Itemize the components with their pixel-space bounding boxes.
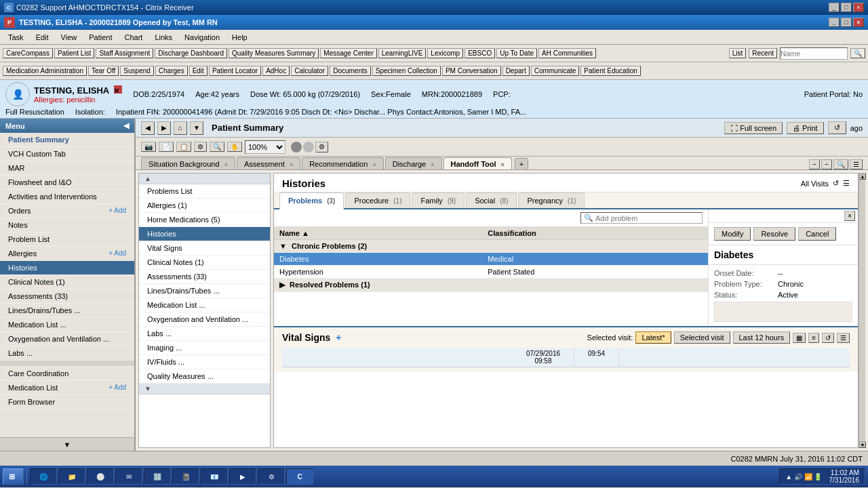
zoom-select[interactable]: 100% 75% 125% (245, 140, 285, 154)
nav-iv-fluids[interactable]: IV/Fluids ... (139, 355, 270, 369)
row-hypertension[interactable]: Hypertension Patient Stated (274, 266, 708, 279)
nav-vital-signs[interactable]: Vital Signs (139, 241, 270, 256)
btn-message-center[interactable]: Message Center (320, 48, 376, 58)
sidebar-item-allergies[interactable]: Allergies+ Add (0, 247, 134, 261)
taskbar-onenote[interactable]: 📓 (172, 468, 199, 485)
btn-pm-conversation[interactable]: PM Conversation (442, 66, 501, 76)
tab-close-handoff[interactable]: × (501, 161, 505, 168)
menu-edit[interactable]: Edit (31, 32, 54, 43)
btn-edit[interactable]: Edit (189, 66, 208, 76)
btn-documents[interactable]: Documents (330, 66, 371, 76)
selected-visit-btn[interactable]: Selected visit (674, 331, 730, 344)
tab-problems[interactable]: Problems (3) (279, 192, 344, 209)
sidebar-item-assessments[interactable]: Assessments (33) (0, 289, 134, 304)
start-button[interactable]: ⊞ (3, 468, 24, 485)
sidebar-item-medication-list2[interactable]: Medication List+ Add (0, 381, 134, 395)
view-btn-camera[interactable]: 📷 (141, 142, 156, 152)
btn-patient-locator[interactable]: Patient Locator (209, 66, 261, 76)
tab-close-assessment[interactable]: × (290, 161, 293, 168)
group-chronic-problems[interactable]: ▼ Chronic Problems (2) (274, 240, 708, 253)
nav-med-list[interactable]: Medication List ... (139, 298, 270, 312)
view-btn-zoom[interactable]: 🔍 (210, 142, 224, 152)
btn-carecompass[interactable]: CareCompass (3, 48, 53, 58)
taskbar-ie[interactable]: 🌐 (30, 468, 57, 485)
nav-back[interactable]: ◀ (141, 121, 155, 135)
problem-search-box[interactable]: 🔍 (580, 212, 703, 224)
nav-lines-drains[interactable]: Lines/Drains/Tubes ... (139, 284, 270, 298)
vitals-list-btn[interactable]: ≡ (808, 333, 819, 343)
patient-close-btn[interactable]: × (114, 85, 122, 94)
btn-up-to-date[interactable]: Up To Date (496, 48, 537, 58)
sidebar-item-problem-list[interactable]: Problem List (0, 232, 134, 247)
vitals-refresh-btn[interactable]: ↺ (822, 333, 834, 343)
nav-assessments[interactable]: Assessments (33) (139, 270, 270, 284)
btn-learninglive[interactable]: LearningLIVE (378, 48, 427, 58)
sidebar-item-clinical-notes[interactable]: Clinical Notes (1) (0, 275, 134, 289)
orders-add-btn[interactable]: + Add (108, 207, 126, 215)
minimize-btn[interactable]: _ (829, 3, 840, 12)
tab-social[interactable]: Social (8) (466, 192, 517, 208)
sidebar-item-patient-summary[interactable]: Patient Summary (0, 133, 134, 147)
refresh-btn[interactable]: ↺ (828, 121, 846, 134)
print-btn[interactable]: 🖨 Print (787, 122, 824, 134)
nav-clinical-notes[interactable]: Clinical Notes (1) (139, 256, 270, 270)
vitals-grid-btn[interactable]: ▦ (793, 333, 806, 343)
taskbar-outlook[interactable]: 📧 (201, 468, 228, 485)
btn-ah-communities[interactable]: AH Communities (538, 48, 596, 58)
sidebar-item-labs[interactable]: Labs ... (0, 346, 134, 361)
sidebar-collapse[interactable]: ◀ (123, 121, 129, 130)
full-screen-btn[interactable]: ⛶ Full screen (724, 122, 783, 134)
patient-close[interactable]: × (853, 18, 864, 27)
latest-btn[interactable]: Latest* (635, 331, 671, 344)
taskbar-chrome[interactable]: ⚪ (87, 468, 114, 485)
view-btn-file[interactable]: 📄 (159, 142, 174, 152)
scroll-up-btn[interactable]: ▲ (859, 173, 866, 180)
btn-depart[interactable]: Depart (502, 66, 530, 76)
histories-refresh-btn[interactable]: ↺ (833, 179, 839, 188)
menu-view[interactable]: View (56, 32, 83, 43)
tab-close-situation[interactable]: × (224, 161, 228, 168)
recent-btn[interactable]: Recent (749, 48, 777, 58)
settings-gear-icon[interactable]: ⚙ (315, 142, 328, 152)
tab-discharge[interactable]: Discharge × (385, 157, 442, 170)
sidebar-item-lines-drains[interactable]: Lines/Drains/Tubes ... (0, 304, 134, 318)
nav-histories[interactable]: Histories (139, 227, 270, 241)
sidebar-item-form-browser[interactable]: Form Browser (0, 395, 134, 409)
toolbar-menu-btn[interactable]: ☰ (850, 159, 863, 169)
nav-home[interactable]: ⌂ (174, 121, 187, 135)
patient-search[interactable] (780, 47, 848, 60)
close-btn[interactable]: × (853, 3, 864, 12)
taskbar-settings[interactable]: ⚙ (258, 468, 285, 485)
modify-btn[interactable]: Modify (714, 227, 751, 241)
sidebar-item-oxygenation[interactable]: Oxygenation and Ventilation ... (0, 332, 134, 346)
sidebar-item-flowsheet[interactable]: Flowsheet and I&O (0, 176, 134, 190)
col-classification[interactable]: Classification (482, 227, 708, 240)
col-name[interactable]: Name ▲ (274, 227, 482, 240)
btn-patient-education[interactable]: Patient Education (580, 66, 640, 76)
tab-close-recommendation[interactable]: × (372, 161, 376, 168)
sidebar-item-orders[interactable]: Orders+ Add (0, 204, 134, 218)
sidebar-item-notes[interactable]: Notes (0, 218, 134, 232)
taskbar-calculator[interactable]: 🔢 (144, 468, 171, 485)
maximize-btn[interactable]: □ (841, 3, 852, 12)
btn-communicate[interactable]: Communicate (531, 66, 580, 76)
scroll-down-btn[interactable]: ▼ (859, 441, 866, 448)
shape-btn2[interactable] (303, 142, 314, 152)
view-btn-file2[interactable]: 📋 (176, 142, 191, 152)
btn-specimen[interactable]: Specimen Collection (372, 66, 441, 76)
histories-menu-btn[interactable]: ☰ (843, 179, 850, 188)
sidebar-item-care-coordination[interactable]: Care Coordination (0, 367, 134, 381)
toolbar-expand-btn[interactable]: − (809, 159, 820, 169)
nav-labs[interactable]: Labs ... (139, 327, 270, 341)
btn-med-admin[interactable]: Medication Administration (3, 66, 87, 76)
nav-allergies[interactable]: Allergies (1) (139, 199, 270, 213)
tab-situation-bg[interactable]: Situation Background × (141, 157, 235, 170)
btn-tear-off[interactable]: Tear Off (88, 66, 119, 76)
sidebar-item-histories[interactable]: Histories (0, 261, 134, 275)
btn-adhoc[interactable]: AdHoc (262, 66, 290, 76)
medlist-add-btn[interactable]: + Add (108, 384, 126, 392)
tab-pregnancy[interactable]: Pregnancy (1) (518, 192, 585, 208)
tab-family[interactable]: Family (9) (412, 192, 465, 208)
nav-home-medications[interactable]: Home Medications (5) (139, 213, 270, 227)
btn-suspend[interactable]: Suspend (120, 66, 153, 76)
